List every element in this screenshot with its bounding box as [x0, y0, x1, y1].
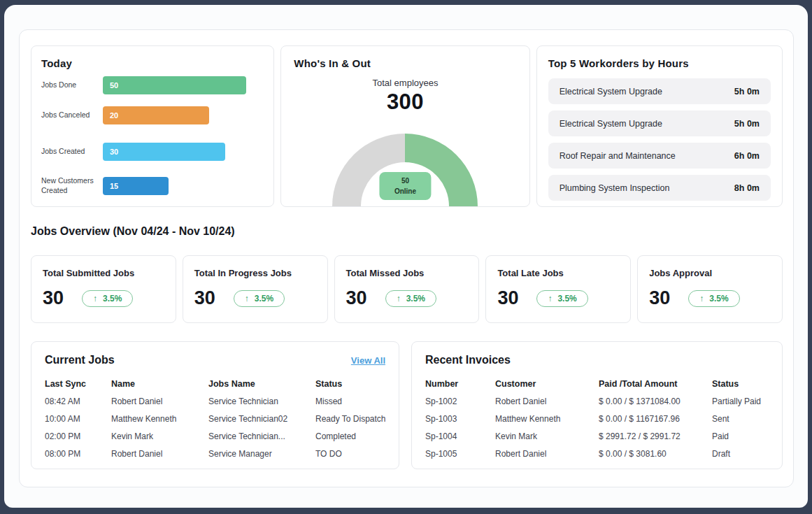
- status-cell: Paid: [712, 431, 769, 441]
- recent-invoices-title: Recent Invoices: [425, 354, 511, 366]
- status-cell: Sent: [712, 414, 769, 424]
- customer-cell: Robert Daniel: [495, 397, 599, 406]
- stat-label: Total In Progress Jobs: [194, 268, 316, 278]
- delta-value: 3.5%: [255, 294, 273, 304]
- jobs-overview-heading: Jobs Overview (Nov 04/24 - Nov 10/24): [31, 225, 235, 238]
- invoice-number-cell: Sp-1005: [425, 449, 495, 459]
- amount-cell: $ 2991.72 / $ 2991.72: [599, 431, 712, 441]
- invoice-number-cell: Sp-1004: [425, 431, 495, 441]
- top-workorders-title: Top 5 Workorders by Hours: [548, 57, 771, 69]
- column-header: Last Sync: [45, 379, 111, 389]
- delta-value: 3.5%: [406, 294, 425, 304]
- today-card: Today Jobs Done 50 Jobs Canceled 20 Jobs…: [31, 45, 274, 207]
- table-row[interactable]: 08:42 AM Robert Daniel Service Technicia…: [45, 392, 385, 410]
- current-jobs-table: Last Sync Name Jobs Name Status 08:42 AM…: [45, 375, 385, 462]
- workorder-item[interactable]: Electrical System Upgrade 5h 0m: [548, 110, 771, 136]
- delta-value: 3.5%: [557, 294, 576, 304]
- total-employees-block: Total employees 300: [294, 78, 516, 115]
- stat-card-in-progress-jobs: Total In Progress Jobs 30 ↑ 3.5%: [183, 255, 328, 323]
- table-row[interactable]: Sp-1005 Robert Daniel $ 0.00 / $ 3081.60…: [425, 445, 769, 462]
- delta-badge: ↑ 3.5%: [82, 290, 133, 307]
- status-cell: Completed: [315, 431, 385, 441]
- bar-jobs-done[interactable]: 50: [103, 76, 246, 94]
- bottom-cards-row: Current Jobs View All Last Sync Name Job…: [31, 341, 783, 469]
- amount-cell: $ 0.00 / $ 3081.60: [599, 449, 712, 459]
- name-cell: Robert Daniel: [111, 397, 208, 406]
- bar-new-customers[interactable]: 15: [103, 177, 169, 195]
- workorder-item[interactable]: Roof Repair and Maintenance 6h 0m: [548, 143, 771, 169]
- delta-badge: ↑ 3.5%: [688, 290, 739, 307]
- view-all-link[interactable]: View All: [351, 355, 385, 366]
- bar-label: New Customers Created: [41, 176, 103, 195]
- current-jobs-card: Current Jobs View All Last Sync Name Job…: [31, 341, 399, 469]
- stat-value: 30: [194, 287, 215, 309]
- workorder-name: Roof Repair and Maintenance: [560, 151, 676, 161]
- workorder-name: Electrical System Upgrade: [560, 119, 662, 129]
- total-employees-label: Total employees: [294, 78, 516, 88]
- workorder-hours: 5h 0m: [734, 119, 760, 129]
- table-header-row: Last Sync Name Jobs Name Status: [45, 375, 385, 392]
- table-row[interactable]: 08:00 PM Robert Daniel Service Manager T…: [45, 445, 385, 462]
- workorder-item[interactable]: Electrical System Upgrade 5h 0m: [548, 78, 771, 104]
- bar-row-new-customers: New Customers Created 15: [41, 176, 264, 195]
- whos-in-out-title: Who's In & Out: [294, 57, 516, 69]
- column-header: Status: [712, 379, 769, 389]
- last-sync-cell: 02:00 PM: [45, 431, 111, 441]
- amount-cell: $ 0.00 / $ 1167167.96: [599, 414, 712, 424]
- total-employees-value: 300: [294, 90, 516, 115]
- delta-value: 3.5%: [709, 294, 728, 304]
- customer-cell: Matthew Kenneth: [495, 414, 599, 424]
- column-header: Jobs Name: [208, 379, 315, 389]
- workorder-name: Electrical System Upgrade: [560, 87, 662, 97]
- table-row[interactable]: Sp-1003 Matthew Kenneth $ 0.00 / $ 11671…: [425, 410, 769, 427]
- delta-badge: ↑ 3.5%: [234, 290, 285, 307]
- stat-card-missed-jobs: Total Missed Jobs 30 ↑ 3.5%: [334, 255, 480, 323]
- jobs-overview-stats-row: Total Submitted Jobs 30 ↑ 3.5% Total In …: [31, 255, 783, 323]
- table-row[interactable]: 02:00 PM Kevin Mark Service Technician..…: [45, 427, 385, 445]
- last-sync-cell: 08:42 AM: [45, 397, 111, 406]
- stat-value: 30: [497, 287, 518, 309]
- workorder-hours: 5h 0m: [734, 87, 760, 97]
- recent-invoices-table: Number Customer Paid /Total Amount Statu…: [425, 375, 769, 462]
- table-row[interactable]: Sp-1004 Kevin Mark $ 2991.72 / $ 2991.72…: [425, 427, 769, 445]
- delta-value: 3.5%: [103, 294, 122, 304]
- workorder-hours: 6h 0m: [734, 151, 760, 161]
- workorder-item[interactable]: Plumbing System Inspection 8h 0m: [548, 175, 771, 201]
- stat-label: Jobs Approval: [649, 268, 771, 278]
- invoice-number-cell: Sp-1003: [425, 414, 495, 424]
- column-header: Paid /Total Amount: [599, 379, 712, 389]
- jobs-name-cell: Service Manager: [208, 449, 315, 459]
- column-header: Number: [425, 379, 495, 389]
- jobs-name-cell: Service Technician...: [208, 431, 315, 441]
- table-row[interactable]: Sp-1002 Robert Daniel $ 0.00 / $ 1371084…: [425, 392, 769, 410]
- status-cell: Partially Paid: [712, 397, 769, 406]
- last-sync-cell: 10:00 AM: [45, 414, 111, 424]
- bar-jobs-canceled[interactable]: 20: [103, 106, 209, 124]
- online-count: 50: [394, 176, 416, 186]
- up-arrow-icon: ↑: [93, 294, 97, 304]
- current-jobs-title: Current Jobs: [45, 354, 115, 366]
- bar-row-jobs-canceled: Jobs Canceled 20: [41, 106, 264, 124]
- delta-badge: ↑ 3.5%: [536, 290, 587, 307]
- workorders-list: Electrical System Upgrade 5h 0m Electric…: [548, 78, 771, 201]
- bar-jobs-created[interactable]: 30: [103, 143, 225, 161]
- online-label: Online: [394, 186, 416, 197]
- invoice-number-cell: Sp-1002: [425, 397, 495, 406]
- status-cell: TO DO: [315, 449, 385, 459]
- stat-card-jobs-approval: Jobs Approval 30 ↑ 3.5%: [637, 255, 783, 323]
- stat-label: Total Missed Jobs: [346, 268, 468, 278]
- status-cell: Ready To Dispatch: [315, 414, 385, 424]
- top-workorders-card: Top 5 Workorders by Hours Electrical Sys…: [536, 45, 783, 207]
- bar-row-jobs-created: Jobs Created 30: [41, 143, 264, 161]
- up-arrow-icon: ↑: [245, 294, 249, 304]
- up-arrow-icon: ↑: [699, 294, 704, 304]
- name-cell: Matthew Kenneth: [111, 414, 208, 424]
- app-window: Today Jobs Done 50 Jobs Canceled 20 Jobs…: [4, 5, 808, 508]
- online-status-badge: 50 Online: [380, 172, 431, 200]
- delta-badge: ↑ 3.5%: [385, 290, 436, 307]
- top-cards-row: Today Jobs Done 50 Jobs Canceled 20 Jobs…: [31, 45, 783, 207]
- status-cell: Missed: [315, 397, 385, 406]
- table-row[interactable]: 10:00 AM Matthew Kenneth Service Technic…: [45, 410, 385, 427]
- stat-card-submitted-jobs: Total Submitted Jobs 30 ↑ 3.5%: [31, 255, 176, 323]
- bar-label: Jobs Done: [41, 80, 103, 90]
